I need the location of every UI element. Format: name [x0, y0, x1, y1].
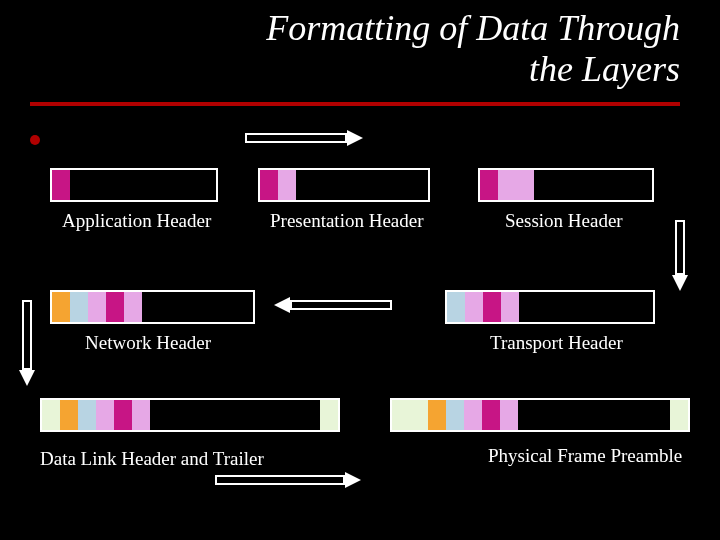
- seg-net-data: [142, 292, 253, 322]
- arrow-right-1-head-icon: [347, 130, 363, 146]
- seg-phy-trailer: [670, 400, 688, 430]
- seg-phy-h2: [428, 400, 446, 430]
- seg-trans-data: [519, 292, 653, 322]
- seg-phy-h1: [410, 400, 428, 430]
- seg-dl-h1: [42, 400, 60, 430]
- packet-presentation: [258, 168, 430, 202]
- seg-pres-prev: [278, 170, 296, 200]
- seg-app-data: [70, 170, 216, 200]
- packet-application: [50, 168, 218, 202]
- packet-datalink: [40, 398, 340, 432]
- arrow-down-left-head-icon: [19, 370, 35, 386]
- seg-dl-data: [150, 400, 320, 430]
- seg-phy-h4: [464, 400, 482, 430]
- title-line-1: Formatting of Data Through: [266, 8, 680, 48]
- arrow-left-shaft: [290, 300, 392, 310]
- arrow-left-head-icon: [274, 297, 290, 313]
- seg-dl-h5: [114, 400, 132, 430]
- seg-trans-h3: [483, 292, 501, 322]
- packet-session: [478, 168, 654, 202]
- bullet-icon: [30, 135, 40, 145]
- label-datalink: Data Link Header and Trailer: [40, 448, 264, 470]
- seg-dl-h2: [60, 400, 78, 430]
- arrow-right-1-shaft: [245, 133, 347, 143]
- seg-net-h1: [52, 292, 70, 322]
- seg-pres-data: [296, 170, 428, 200]
- arrow-down-left-shaft: [22, 300, 32, 370]
- seg-trans-h1: [447, 292, 465, 322]
- seg-net-h4: [106, 292, 124, 322]
- packet-network: [50, 290, 255, 324]
- seg-sess-data: [534, 170, 652, 200]
- seg-net-h3: [88, 292, 106, 322]
- seg-net-h5: [124, 292, 142, 322]
- seg-trans-h4: [501, 292, 519, 322]
- packet-transport: [445, 290, 655, 324]
- title-line-2: the Layers: [529, 49, 680, 89]
- seg-phy-h3: [446, 400, 464, 430]
- label-session: Session Header: [505, 210, 623, 232]
- seg-app-header: [52, 170, 70, 200]
- seg-dl-h6: [132, 400, 150, 430]
- seg-net-h2: [70, 292, 88, 322]
- seg-sess-header: [480, 170, 498, 200]
- arrow-down-right-head-icon: [672, 275, 688, 291]
- label-presentation: Presentation Header: [270, 210, 424, 232]
- seg-dl-trailer: [320, 400, 338, 430]
- seg-phy-h0: [392, 400, 410, 430]
- seg-sess-prev2: [516, 170, 534, 200]
- label-physical: Physical Frame Preamble: [488, 445, 682, 467]
- seg-phy-h5: [482, 400, 500, 430]
- title-underline: [30, 102, 680, 106]
- seg-dl-h3: [78, 400, 96, 430]
- seg-trans-h2: [465, 292, 483, 322]
- arrow-right-2-shaft: [215, 475, 345, 485]
- seg-pres-header: [260, 170, 278, 200]
- label-transport: Transport Header: [490, 332, 623, 354]
- label-application: Application Header: [62, 210, 211, 232]
- seg-dl-h4: [96, 400, 114, 430]
- arrow-right-2-head-icon: [345, 472, 361, 488]
- slide-title: Formatting of Data Through the Layers: [266, 8, 680, 91]
- seg-sess-prev1: [498, 170, 516, 200]
- seg-phy-h6: [500, 400, 518, 430]
- arrow-down-right-shaft: [675, 220, 685, 275]
- packet-physical: [390, 398, 690, 432]
- label-network: Network Header: [85, 332, 211, 354]
- seg-phy-data: [518, 400, 670, 430]
